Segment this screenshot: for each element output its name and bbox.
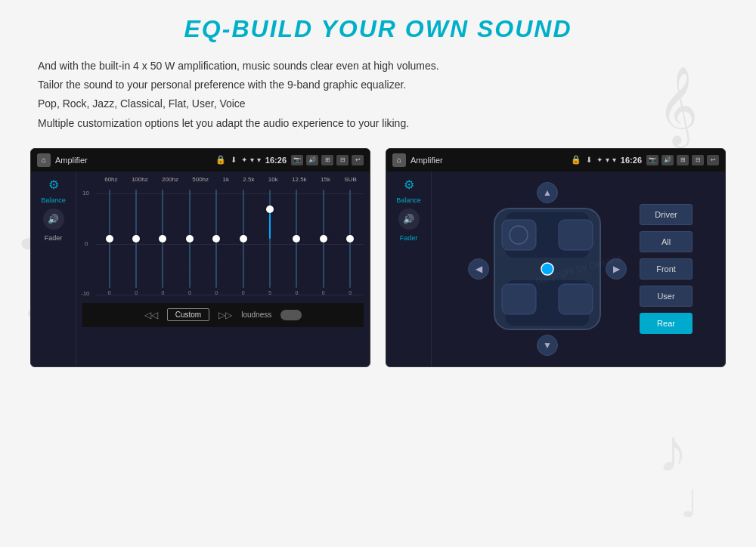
- camera-icon-1[interactable]: 📷: [291, 155, 303, 165]
- lock-icon-1: 🔒: [215, 155, 226, 165]
- eq-freq-labels: 60hz 100hz 200hz 500hz 1k 2.5k 10k 12.5k…: [82, 176, 364, 183]
- eq-bar-7[interactable]: 5: [259, 190, 281, 295]
- eq-bar-8[interactable]: 0: [285, 190, 308, 295]
- time-1: 16:26: [265, 156, 287, 165]
- bt-icon: ✦: [241, 156, 247, 164]
- download-icon-1: ⬇: [231, 156, 237, 164]
- eq-bar-3[interactable]: 0: [151, 190, 174, 295]
- back-icon-1[interactable]: ↩: [352, 155, 364, 165]
- signal-icon: ▾: [257, 156, 261, 164]
- fader-left-arrow[interactable]: ◀: [468, 258, 489, 280]
- eq-bottom-controls: ◁◁ Custom ▷▷ loudness: [82, 303, 364, 327]
- volume-icon-1[interactable]: 🔊: [306, 155, 318, 165]
- svg-rect-12: [559, 284, 593, 314]
- right-icons-2: 📷 🔊 ⊞ ⊟ ↩: [646, 155, 719, 165]
- eq-screenshot: ⌂ Amplifier 🔒 ⬇ ✦ ▾ ▾ 16:26 📷 🔊 ⊞ ⊟ ↩: [30, 148, 370, 367]
- time-2: 16:26: [621, 156, 642, 165]
- status-icons-2: ✦ ▾ ▾: [596, 156, 616, 164]
- freq-200hz: 200hz: [162, 176, 178, 183]
- status-bar-1: ⌂ Amplifier 🔒 ⬇ ✦ ▾ ▾ 16:26 📷 🔊 ⊞ ⊟ ↩: [31, 149, 370, 172]
- lock-icon-2: 🔒: [571, 155, 581, 165]
- eq-prev-btn[interactable]: ◁◁: [144, 310, 158, 320]
- svg-rect-11: [502, 284, 536, 314]
- fader-volume-icon[interactable]: 🔊: [398, 209, 420, 230]
- eq-bar-5[interactable]: 0: [205, 190, 228, 295]
- freq-1k: 1k: [222, 176, 228, 183]
- all-button[interactable]: All: [640, 231, 692, 252]
- right-icons-1: 📷 🔊 ⊞ ⊟ ↩: [291, 155, 364, 165]
- eq-bar-4[interactable]: 0: [178, 190, 201, 295]
- fader-sidebar: ⚙ Balance 🔊 Fader: [386, 172, 432, 366]
- freq-100hz: 100hz: [132, 176, 148, 183]
- eq-next-btn[interactable]: ▷▷: [218, 310, 232, 320]
- fader-screenshot: ⌂ Amplifier 🔒 ⬇ ✦ ▾ ▾ 16:26 📷 🔊 ⊞ ⊟ ↩: [386, 148, 726, 367]
- eq-sliders-container: 0 0: [96, 186, 364, 299]
- expand-icon-1[interactable]: ⊞: [321, 155, 333, 165]
- fader-buttons-panel: Driver All Front User Rear: [640, 204, 692, 334]
- front-button[interactable]: Front: [640, 258, 692, 280]
- svg-text:♩: ♩: [680, 483, 699, 524]
- loudness-toggle[interactable]: [280, 310, 302, 320]
- eq-bar-9[interactable]: 0: [312, 190, 335, 295]
- back-icon-2[interactable]: ↩: [707, 155, 719, 165]
- screen-icon-1[interactable]: ⊟: [336, 155, 349, 165]
- eq-fader-label: Fader: [45, 234, 63, 242]
- freq-500hz: 500hz: [192, 176, 209, 183]
- rear-button[interactable]: Rear: [640, 313, 692, 334]
- fader-balance-label: Balance: [396, 196, 421, 204]
- eq-bar-1[interactable]: 0: [98, 190, 121, 295]
- eq-loudness-label: loudness: [241, 311, 271, 319]
- volume-icon-2[interactable]: 🔊: [662, 155, 674, 165]
- fader-fader-label: Fader: [400, 234, 418, 242]
- eq-sidebar: ⚙ Balance 🔊 Fader: [31, 172, 76, 366]
- grid-label-neg10: -10: [81, 290, 90, 297]
- freq-sub: SUB: [344, 176, 356, 183]
- grid-label-10: 10: [82, 190, 89, 196]
- desc-line2: Tailor the sound to your personal prefer…: [38, 76, 726, 94]
- home-icon[interactable]: ⌂: [37, 153, 51, 167]
- eq-bar-6[interactable]: 0: [232, 190, 255, 295]
- eq-custom-button[interactable]: Custom: [167, 308, 209, 321]
- screenshots-row: ⌂ Amplifier 🔒 ⬇ ✦ ▾ ▾ 16:26 📷 🔊 ⊞ ⊟ ↩: [30, 148, 726, 367]
- screen-icon-2[interactable]: ⊟: [692, 155, 704, 165]
- desc-line1: And with the built-in 4 x 50 W amplifica…: [38, 57, 726, 76]
- expand-icon-2[interactable]: ⊞: [677, 155, 689, 165]
- car-body-svg: [487, 193, 608, 345]
- fader-main: ▲ ▼ ◀ ▶: [432, 172, 725, 366]
- wifi-icon: ▾: [250, 156, 254, 164]
- fader-right-arrow[interactable]: ▶: [606, 258, 627, 280]
- description-block: And with the built-in 4 x 50 W amplifica…: [30, 57, 726, 133]
- camera-icon-2[interactable]: 📷: [646, 155, 658, 165]
- svg-text:♪: ♪: [658, 417, 688, 484]
- driver-button[interactable]: Driver: [640, 204, 692, 225]
- wifi-icon-2: ▾: [606, 156, 609, 164]
- home-icon-2[interactable]: ⌂: [392, 153, 406, 167]
- eq-bar-10[interactable]: 0: [339, 190, 361, 295]
- freq-12.5k: 12.5k: [292, 176, 307, 183]
- eq-screen: ⚙ Balance 🔊 Fader 60hz 100hz 200hz 500hz…: [31, 172, 370, 366]
- status-bar-2: ⌂ Amplifier 🔒 ⬇ ✦ ▾ ▾ 16:26 📷 🔊 ⊞ ⊟ ↩: [386, 149, 725, 172]
- freq-2.5k: 2.5k: [243, 176, 254, 183]
- freq-60hz: 60hz: [104, 176, 117, 183]
- desc-line3: Pop, Rock, Jazz, Classical, Flat, User, …: [38, 94, 726, 113]
- freq-15k: 15k: [321, 176, 330, 183]
- car-diagram-container: ▲ ▼ ◀ ▶: [464, 178, 631, 360]
- eq-volume-icon[interactable]: 🔊: [43, 209, 64, 230]
- freq-10k: 10k: [268, 176, 278, 183]
- eq-main: 60hz 100hz 200hz 500hz 1k 2.5k 10k 12.5k…: [76, 172, 370, 366]
- amplifier-label-2: Amplifier: [411, 156, 566, 165]
- status-icons-1: ✦ ▾ ▾: [241, 156, 261, 164]
- svg-rect-9: [502, 220, 536, 250]
- signal-icon-2: ▾: [612, 156, 616, 164]
- eq-slider-icon: ⚙: [48, 178, 59, 192]
- amplifier-label-1: Amplifier: [55, 156, 211, 165]
- svg-rect-10: [559, 220, 593, 250]
- grid-label-0: 0: [85, 240, 88, 247]
- desc-line4: Multiple customization options let you a…: [38, 114, 726, 133]
- fader-slider-icon: ⚙: [404, 178, 414, 192]
- download-icon-2: ⬇: [586, 156, 592, 164]
- svg-point-13: [541, 263, 553, 275]
- eq-bar-2[interactable]: 0: [125, 190, 147, 295]
- user-button[interactable]: User: [640, 286, 692, 307]
- eq-balance-label: Balance: [41, 196, 66, 204]
